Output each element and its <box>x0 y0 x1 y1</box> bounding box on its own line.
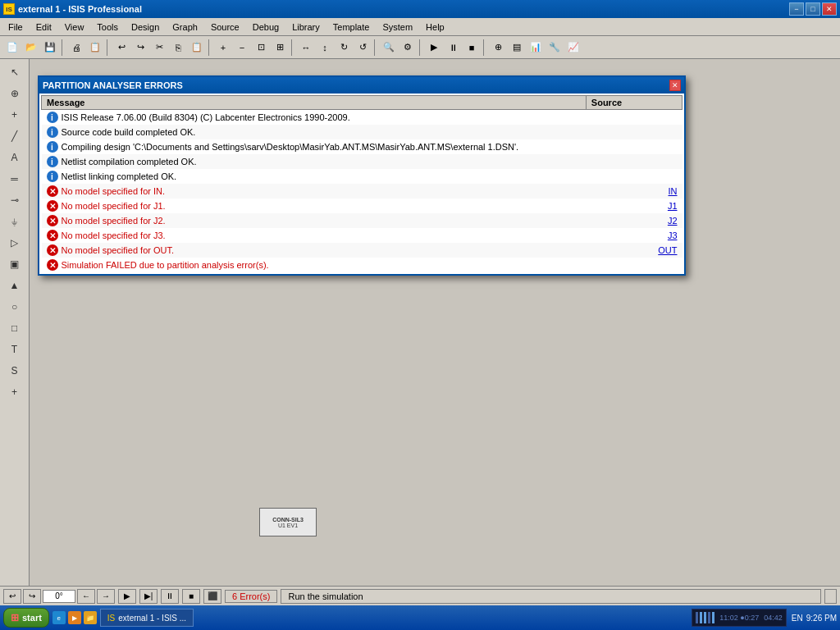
taskbar-quick-launch: e ▶ 📁 <box>52 611 97 624</box>
sim1-btn[interactable]: ▶ <box>425 39 443 57</box>
pin-tool[interactable]: ⊸ <box>5 190 25 210</box>
menu-edit[interactable]: Edit <box>30 21 58 34</box>
sim-step-right-btn[interactable]: → <box>97 589 115 604</box>
left-toolbar: ↖ ⊕ + ╱ A ═ ⊸ ⏚ ▷ ▣ ▲ ○ □ T S + <box>0 59 30 586</box>
sim3-btn[interactable]: ■ <box>463 39 481 57</box>
log-source-link-8[interactable]: J3 <box>668 231 678 240</box>
probe-tool[interactable]: ▲ <box>5 276 25 295</box>
sim-play-btn[interactable]: ▶ <box>118 589 136 604</box>
wire-tool[interactable]: ╱ <box>5 126 25 146</box>
media-icon[interactable]: ▶ <box>68 611 81 624</box>
zoom-all-btn[interactable]: ⊞ <box>271 39 289 57</box>
open-btn[interactable]: 📂 <box>22 39 40 57</box>
menu-file[interactable]: File <box>2 21 30 34</box>
label-tool[interactable]: A <box>5 148 25 167</box>
menu-template[interactable]: Template <box>326 21 377 34</box>
sim-stop-red-btn[interactable]: ⬛ <box>203 589 221 604</box>
menu-library[interactable]: Library <box>285 21 326 34</box>
mirror-v-btn[interactable]: ↕ <box>316 39 334 57</box>
status-bar: ↩ ↪ 0° ← → ▶ ▶| ⏸ ■ ⬛ 6 Error(s) Run the… <box>0 586 840 605</box>
port-tool[interactable]: ▷ <box>5 233 25 253</box>
ie-icon[interactable]: e <box>52 611 66 624</box>
save-btn[interactable]: 💾 <box>41 39 59 57</box>
dialog-close-button[interactable]: ✕ <box>669 80 681 91</box>
sim-stop-btn[interactable]: ■ <box>182 589 200 604</box>
extra5-btn[interactable]: 📈 <box>564 39 582 57</box>
schematic-canvas[interactable]: CONN-SIL3 U1 EV1 PARTITION ANALYSER ERRO… <box>30 59 840 586</box>
new-btn[interactable]: 📄 <box>3 39 21 57</box>
print2-btn[interactable]: 📋 <box>86 39 104 57</box>
sim-pause-btn[interactable]: ⏸ <box>161 589 179 604</box>
zoom-fit-btn[interactable]: ⊡ <box>252 39 270 57</box>
taskbar-program-label: external 1 - ISIS ... <box>118 614 186 623</box>
log-source-cell-4 <box>586 169 682 184</box>
menu-graph[interactable]: Graph <box>166 21 204 34</box>
copy-btn[interactable]: ⎘ <box>169 39 187 57</box>
rect-tool[interactable]: □ <box>5 318 25 338</box>
sim2-btn[interactable]: ⏸ <box>444 39 462 57</box>
script-tool[interactable]: S <box>5 361 25 381</box>
scrollbar[interactable] <box>824 589 837 604</box>
select-tool[interactable]: ↖ <box>5 62 25 82</box>
log-source-cell-3 <box>586 154 682 169</box>
menu-design[interactable]: Design <box>125 21 166 34</box>
extra4-btn[interactable]: 🔧 <box>546 39 564 57</box>
paste-btn[interactable]: 📋 <box>188 39 206 57</box>
info-icon: i <box>47 112 58 123</box>
log-message-cell-10: ✕Simulation FAILED due to partition anal… <box>42 258 587 272</box>
add-tool[interactable]: + <box>5 382 25 402</box>
redo-btn[interactable]: ↪ <box>131 39 149 57</box>
log-source-link-6[interactable]: J1 <box>668 201 678 211</box>
sim-back-btn[interactable]: ↩ <box>3 589 21 604</box>
log-row-1: iSource code build completed OK. <box>42 125 682 139</box>
menu-debug[interactable]: Debug <box>246 21 285 34</box>
minimize-button[interactable]: − <box>789 2 804 16</box>
menu-source[interactable]: Source <box>204 21 246 34</box>
extra3-btn[interactable]: 📊 <box>527 39 545 57</box>
bus-tool[interactable]: ═ <box>5 169 25 189</box>
app-icon: IS <box>3 3 15 15</box>
menu-system[interactable]: System <box>376 21 419 34</box>
close-button[interactable]: ✕ <box>822 2 837 16</box>
extra2-btn[interactable]: ▤ <box>508 39 526 57</box>
zoom-out-btn[interactable]: − <box>233 39 251 57</box>
sim-step-left-btn[interactable]: ← <box>77 589 95 604</box>
undo-btn[interactable]: ↩ <box>112 39 130 57</box>
mirror-h-btn[interactable]: ↔ <box>297 39 315 57</box>
component-tool[interactable]: ⊕ <box>5 84 25 103</box>
print-btn[interactable]: 🖨 <box>67 39 85 57</box>
log-source-link-9[interactable]: OUT <box>658 245 677 255</box>
sim-step-btn[interactable]: ▶| <box>139 589 158 604</box>
log-source-link-5[interactable]: IN <box>669 186 678 196</box>
circle-tool[interactable]: ○ <box>5 297 25 317</box>
sim-fwd-btn[interactable]: ↪ <box>23 589 41 604</box>
taskbar-isis-program[interactable]: IS external 1 - ISIS ... <box>100 609 194 627</box>
log-message-cell-3: iNetlist compilation completed OK. <box>42 154 587 169</box>
folder-icon[interactable]: 📁 <box>84 611 97 624</box>
extra1-btn[interactable]: ⊕ <box>489 39 507 57</box>
menu-tools[interactable]: Tools <box>90 21 125 34</box>
config-btn[interactable]: ⚙ <box>399 39 417 57</box>
log-source-link-7[interactable]: J2 <box>668 216 678 226</box>
text-tool[interactable]: T <box>5 340 25 359</box>
power-tool[interactable]: ⏚ <box>5 212 25 231</box>
conn-sil3-body: CONN-SIL3 U1 EV1 <box>259 508 317 536</box>
log-text-3: Netlist compilation completed OK. <box>62 157 197 167</box>
media-player-bar: 11:02 ●0:27 04:42 <box>692 609 787 627</box>
start-button[interactable]: ⊞ start <box>3 608 49 628</box>
rotate-btn[interactable]: ↻ <box>335 39 353 57</box>
menu-help[interactable]: Help <box>419 21 451 34</box>
partition-analyser-dialog[interactable]: PARTITION ANALYSER ERRORS ✕ Message Sour… <box>38 75 686 276</box>
menu-view[interactable]: View <box>58 21 91 34</box>
junction-tool[interactable]: + <box>5 105 25 125</box>
subcirc-tool[interactable]: ▣ <box>5 254 25 274</box>
search-btn[interactable]: 🔍 <box>380 39 398 57</box>
window-controls[interactable]: − □ ✕ <box>789 2 837 16</box>
zoom-in-btn[interactable]: + <box>214 39 232 57</box>
log-row-3: iNetlist compilation completed OK. <box>42 154 682 169</box>
cut-btn[interactable]: ✂ <box>150 39 168 57</box>
rotate2-btn[interactable]: ↺ <box>354 39 372 57</box>
error-icon: ✕ <box>47 244 58 256</box>
error-icon: ✕ <box>47 215 58 226</box>
maximize-button[interactable]: □ <box>806 2 820 16</box>
